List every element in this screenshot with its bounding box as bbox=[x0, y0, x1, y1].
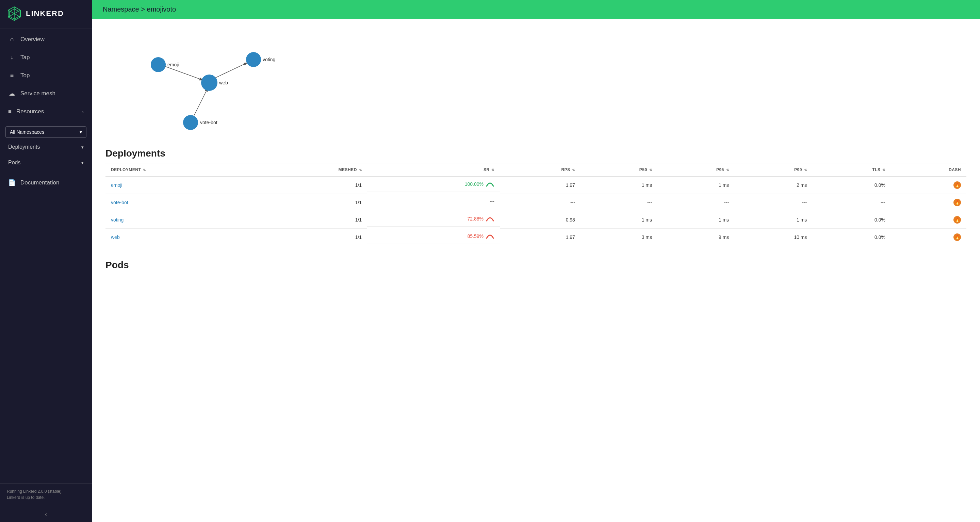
logo-text: LINKERD bbox=[26, 9, 64, 18]
grafana-icon-web: 🔥 bbox=[953, 234, 961, 241]
sort-meshed-icon: ⇅ bbox=[359, 168, 362, 172]
col-sr[interactable]: SR ⇅ bbox=[367, 163, 500, 177]
cell-p99-emoji: 2 ms bbox=[734, 177, 812, 194]
deployment-link-vote-bot[interactable]: vote-bot bbox=[111, 200, 128, 205]
sidebar-documentation-label: Documentation bbox=[21, 179, 59, 186]
col-tls[interactable]: TLS ⇅ bbox=[812, 163, 891, 177]
graph-svg: emoji web voting vote-bot bbox=[105, 25, 310, 134]
sidebar-pods-label: Pods bbox=[8, 159, 21, 166]
breadcrumb: Namespace > emojivoto bbox=[103, 5, 176, 13]
content-area: emoji web voting vote-bot Deployments bbox=[92, 19, 980, 522]
pods-section-title: Pods bbox=[92, 254, 980, 275]
sidebar-deployments-label: Deployments bbox=[8, 144, 40, 150]
cell-tls-web: 0.0% bbox=[812, 229, 891, 246]
sidebar-item-tap[interactable]: ↓ Tap bbox=[0, 48, 92, 66]
col-rps[interactable]: RPS ⇅ bbox=[500, 163, 581, 177]
cell-meshed-vote-bot: 1/1 bbox=[255, 194, 367, 211]
cloud-icon: ☁ bbox=[8, 90, 16, 97]
node-votebot-label: vote-bot bbox=[200, 120, 218, 125]
deployment-link-voting[interactable]: voting bbox=[111, 217, 124, 223]
node-emoji[interactable] bbox=[151, 57, 166, 72]
sidebar-item-deployments[interactable]: Deployments ▾ bbox=[0, 139, 92, 155]
sort-deployment-icon: ⇅ bbox=[143, 168, 146, 172]
namespace-label: All Namespaces bbox=[10, 129, 44, 135]
col-p99[interactable]: P99 ⇅ bbox=[734, 163, 812, 177]
sidebar-item-pods[interactable]: Pods ▾ bbox=[0, 155, 92, 170]
deployments-table: DEPLOYMENT ⇅ MESHED ⇅ SR ⇅ RPS ⇅ P50 ⇅ bbox=[105, 163, 966, 246]
col-p50[interactable]: P50 ⇅ bbox=[581, 163, 657, 177]
doc-icon: 📄 bbox=[8, 179, 16, 186]
edge-votebot-web bbox=[194, 89, 208, 116]
cell-tls-emoji: 0.0% bbox=[812, 177, 891, 194]
node-web-label: web bbox=[219, 80, 228, 85]
status-line1: Running Linkerd 2.0.0 (stable). bbox=[7, 489, 85, 494]
sidebar-service-mesh-label: Service mesh bbox=[21, 90, 56, 97]
cell-rps-web: 1.97 bbox=[500, 229, 581, 246]
col-p95[interactable]: P95 ⇅ bbox=[657, 163, 734, 177]
sidebar-tap-label: Tap bbox=[21, 54, 30, 61]
top-icon: ≡ bbox=[8, 72, 16, 79]
tap-icon: ↓ bbox=[8, 54, 16, 61]
table-row: web1/185.59%1.973 ms9 ms10 ms0.0%🔥 bbox=[105, 229, 966, 246]
sidebar-collapse-button[interactable]: ‹ bbox=[0, 507, 92, 522]
cell-p95-emoji: 1 ms bbox=[657, 177, 734, 194]
logo-icon bbox=[7, 6, 22, 21]
namespace-select[interactable]: All Namespaces ▾ bbox=[5, 126, 86, 138]
cell-dash-emoji[interactable]: 🔥 bbox=[891, 177, 966, 194]
cell-dash-voting[interactable]: 🔥 bbox=[891, 211, 966, 229]
cell-rps-voting: 0.98 bbox=[500, 211, 581, 229]
edge-web-voting bbox=[215, 63, 247, 78]
col-dash: DASH bbox=[891, 163, 966, 177]
deployments-chevron-icon: ▾ bbox=[81, 145, 84, 150]
sidebar-item-service-mesh[interactable]: ☁ Service mesh bbox=[0, 84, 92, 103]
sr-value-vote-bot: --- bbox=[490, 199, 495, 204]
deployments-section-title: Deployments bbox=[92, 143, 980, 163]
col-deployment[interactable]: DEPLOYMENT ⇅ bbox=[105, 163, 255, 177]
sidebar-item-overview[interactable]: ⌂ Overview bbox=[0, 30, 92, 48]
deployment-link-web[interactable]: web bbox=[111, 234, 120, 240]
grafana-icon-vote-bot: 🔥 bbox=[953, 199, 961, 206]
node-web[interactable] bbox=[201, 75, 218, 91]
home-icon: ⌂ bbox=[8, 36, 16, 43]
col-meshed[interactable]: MESHED ⇅ bbox=[255, 163, 367, 177]
deployment-link-emoji[interactable]: emoji bbox=[111, 182, 122, 188]
cell-p99-web: 10 ms bbox=[734, 229, 812, 246]
cell-p95-voting: 1 ms bbox=[657, 211, 734, 229]
sort-rps-icon: ⇅ bbox=[572, 168, 575, 172]
sr-value-voting: 72.88% bbox=[467, 216, 483, 221]
node-voting[interactable] bbox=[246, 52, 261, 67]
sidebar-item-top[interactable]: ≡ Top bbox=[0, 66, 92, 84]
table-row: vote-bot1/1------------------🔥 bbox=[105, 194, 966, 211]
cell-p99-vote-bot: --- bbox=[734, 194, 812, 211]
sort-p50-icon: ⇅ bbox=[649, 168, 652, 172]
cell-sr-emoji: 100.00% bbox=[367, 177, 500, 192]
gauge-arc-emoji bbox=[485, 181, 495, 187]
status-line2: Linkerd is up to date. bbox=[7, 495, 85, 500]
cell-dash-vote-bot[interactable]: 🔥 bbox=[891, 194, 966, 211]
cell-p50-voting: 1 ms bbox=[581, 211, 657, 229]
cell-dash-web[interactable]: 🔥 bbox=[891, 229, 966, 246]
sidebar-item-resources[interactable]: ≡ Resources › bbox=[0, 103, 92, 121]
cell-meshed-web: 1/1 bbox=[255, 229, 367, 246]
sidebar-resources-label: Resources bbox=[16, 108, 44, 115]
edge-emoji-web bbox=[165, 66, 202, 80]
cell-sr-vote-bot: --- bbox=[367, 194, 500, 209]
grafana-icon-voting: 🔥 bbox=[953, 216, 961, 224]
cell-p50-emoji: 1 ms bbox=[581, 177, 657, 194]
sidebar-overview-label: Overview bbox=[21, 36, 45, 43]
cell-sr-voting: 72.88% bbox=[367, 211, 500, 227]
logo-area[interactable]: LINKERD bbox=[0, 0, 92, 27]
node-votebot[interactable] bbox=[183, 115, 198, 130]
resources-icon: ≡ bbox=[8, 108, 11, 115]
cell-p95-web: 9 ms bbox=[657, 229, 734, 246]
cell-rps-vote-bot: --- bbox=[500, 194, 581, 211]
sidebar-item-documentation[interactable]: 📄 Documentation bbox=[0, 173, 92, 192]
pods-chevron-icon: ▾ bbox=[81, 160, 84, 166]
cell-sr-web: 85.59% bbox=[367, 229, 500, 244]
main-content: Namespace > emojivoto bbox=[92, 0, 980, 522]
cell-meshed-emoji: 1/1 bbox=[255, 177, 367, 194]
cell-meshed-voting: 1/1 bbox=[255, 211, 367, 229]
table-row: emoji1/1100.00%1.971 ms1 ms2 ms0.0%🔥 bbox=[105, 177, 966, 194]
deployments-table-wrapper: DEPLOYMENT ⇅ MESHED ⇅ SR ⇅ RPS ⇅ P50 ⇅ bbox=[92, 163, 980, 246]
gauge-arc-web bbox=[485, 234, 495, 239]
